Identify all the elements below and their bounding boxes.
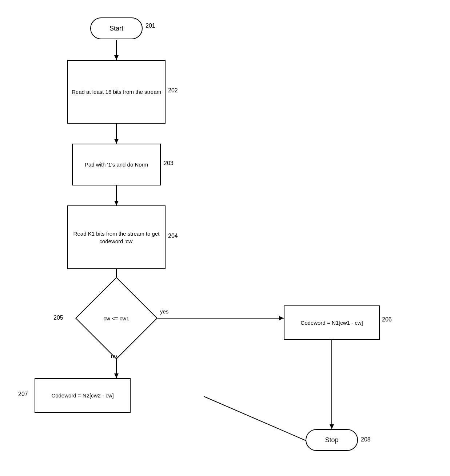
start-ref: 201	[146, 23, 155, 29]
step203-node: Pad with '1's and do Norm	[72, 144, 161, 185]
step204-node: Read K1 bits from the stream to get code…	[67, 205, 166, 269]
no-label: no	[111, 353, 117, 359]
step202-label: Read at least 16 bits from the stream	[72, 88, 161, 96]
svg-line-14	[204, 396, 313, 444]
step202-ref: 202	[168, 87, 178, 94]
stop-ref: 208	[361, 436, 371, 443]
decision205-node: cw <= cw1	[76, 289, 156, 347]
step207-label: Codeword = N2[cw2 - cw]	[51, 392, 114, 399]
step207-ref: 207	[18, 391, 28, 397]
diamond-shape	[75, 277, 158, 359]
flowchart-diagram: Start 201 Read at least 16 bits from the…	[0, 0, 450, 476]
svg-marker-9	[279, 316, 284, 320]
step203-ref: 203	[164, 160, 174, 167]
step206-label: Codeword = N1[cw1 - cw]	[300, 319, 363, 327]
step203-label: Pad with '1's and do Norm	[85, 161, 148, 168]
step202-node: Read at least 16 bits from the stream	[67, 60, 166, 124]
svg-marker-3	[114, 139, 119, 144]
svg-marker-13	[114, 373, 119, 378]
step204-label: Read K1 bits from the stream to get code…	[68, 230, 165, 245]
svg-marker-11	[330, 424, 334, 429]
stop-node: Stop	[306, 429, 358, 451]
step206-ref: 206	[382, 316, 392, 323]
step207-node: Codeword = N2[cw2 - cw]	[35, 378, 131, 413]
stop-label: Stop	[325, 436, 338, 444]
decision205-ref: 205	[53, 315, 63, 321]
svg-marker-1	[114, 55, 119, 60]
step206-node: Codeword = N1[cw1 - cw]	[284, 305, 380, 340]
yes-label: yes	[160, 308, 168, 315]
step204-ref: 204	[168, 233, 178, 239]
start-node: Start	[90, 17, 143, 39]
start-label: Start	[109, 25, 123, 32]
svg-marker-5	[114, 201, 119, 205]
